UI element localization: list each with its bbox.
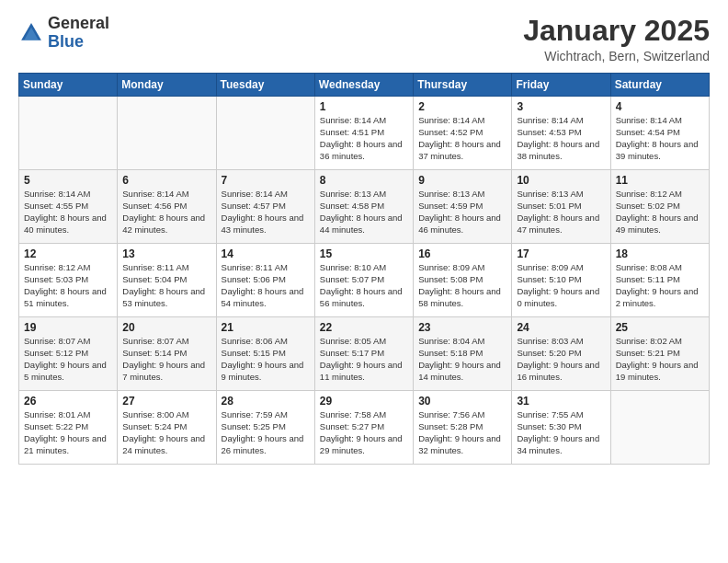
weekday-header-row: SundayMondayTuesdayWednesdayThursdayFrid… bbox=[19, 74, 710, 97]
weekday-header-sunday: Sunday bbox=[19, 74, 118, 97]
day-info: Sunrise: 8:04 AM Sunset: 5:18 PM Dayligh… bbox=[418, 336, 506, 383]
day-number: 16 bbox=[418, 247, 506, 260]
calendar-cell bbox=[19, 97, 118, 170]
day-number: 25 bbox=[616, 321, 704, 334]
day-info: Sunrise: 8:00 AM Sunset: 5:24 PM Dayligh… bbox=[122, 409, 210, 456]
calendar-cell: 25Sunrise: 8:02 AM Sunset: 5:21 PM Dayli… bbox=[610, 317, 709, 391]
logo-icon bbox=[18, 20, 44, 46]
calendar-cell: 6Sunrise: 8:14 AM Sunset: 4:56 PM Daylig… bbox=[118, 170, 216, 244]
day-info: Sunrise: 8:14 AM Sunset: 4:57 PM Dayligh… bbox=[222, 189, 310, 236]
day-number: 17 bbox=[517, 247, 605, 260]
day-info: Sunrise: 8:14 AM Sunset: 4:52 PM Dayligh… bbox=[418, 115, 506, 162]
calendar-cell: 11Sunrise: 8:12 AM Sunset: 5:02 PM Dayli… bbox=[610, 170, 709, 244]
day-info: Sunrise: 8:05 AM Sunset: 5:17 PM Dayligh… bbox=[320, 336, 408, 383]
day-info: Sunrise: 8:13 AM Sunset: 5:01 PM Dayligh… bbox=[517, 189, 605, 236]
calendar-week-3: 12Sunrise: 8:12 AM Sunset: 5:03 PM Dayli… bbox=[19, 244, 710, 317]
day-number: 5 bbox=[24, 174, 112, 187]
calendar-cell: 26Sunrise: 8:01 AM Sunset: 5:22 PM Dayli… bbox=[19, 391, 118, 465]
day-info: Sunrise: 8:14 AM Sunset: 4:54 PM Dayligh… bbox=[616, 115, 704, 162]
day-number: 31 bbox=[517, 395, 605, 408]
day-number: 15 bbox=[320, 247, 408, 260]
calendar-cell: 29Sunrise: 7:58 AM Sunset: 5:27 PM Dayli… bbox=[314, 391, 413, 465]
day-info: Sunrise: 8:09 AM Sunset: 5:08 PM Dayligh… bbox=[418, 262, 506, 309]
calendar-cell bbox=[216, 97, 314, 170]
day-number: 9 bbox=[418, 174, 506, 187]
day-number: 10 bbox=[517, 174, 605, 187]
calendar-cell bbox=[118, 97, 216, 170]
day-number: 3 bbox=[517, 100, 605, 113]
day-info: Sunrise: 8:09 AM Sunset: 5:10 PM Dayligh… bbox=[517, 262, 605, 309]
calendar-cell: 15Sunrise: 8:10 AM Sunset: 5:07 PM Dayli… bbox=[314, 244, 413, 317]
day-number: 21 bbox=[222, 321, 310, 334]
calendar-cell: 19Sunrise: 8:07 AM Sunset: 5:12 PM Dayli… bbox=[19, 317, 118, 391]
calendar-cell: 21Sunrise: 8:06 AM Sunset: 5:15 PM Dayli… bbox=[216, 317, 314, 391]
calendar-cell: 9Sunrise: 8:13 AM Sunset: 4:59 PM Daylig… bbox=[414, 170, 512, 244]
calendar-cell: 5Sunrise: 8:14 AM Sunset: 4:55 PM Daylig… bbox=[19, 170, 118, 244]
calendar-cell: 2Sunrise: 8:14 AM Sunset: 4:52 PM Daylig… bbox=[414, 97, 512, 170]
day-info: Sunrise: 8:11 AM Sunset: 5:06 PM Dayligh… bbox=[222, 262, 310, 309]
day-number: 28 bbox=[222, 395, 310, 408]
calendar-body: 1Sunrise: 8:14 AM Sunset: 4:51 PM Daylig… bbox=[19, 97, 710, 465]
calendar-cell: 22Sunrise: 8:05 AM Sunset: 5:17 PM Dayli… bbox=[314, 317, 413, 391]
weekday-header-wednesday: Wednesday bbox=[314, 74, 413, 97]
day-number: 14 bbox=[222, 247, 310, 260]
day-info: Sunrise: 8:07 AM Sunset: 5:14 PM Dayligh… bbox=[122, 336, 210, 383]
logo-blue: Blue bbox=[48, 33, 109, 52]
day-info: Sunrise: 8:14 AM Sunset: 4:55 PM Dayligh… bbox=[24, 189, 112, 236]
day-info: Sunrise: 8:01 AM Sunset: 5:22 PM Dayligh… bbox=[24, 409, 112, 456]
calendar-cell: 30Sunrise: 7:56 AM Sunset: 5:28 PM Dayli… bbox=[414, 391, 512, 465]
day-info: Sunrise: 8:14 AM Sunset: 4:51 PM Dayligh… bbox=[320, 115, 408, 162]
calendar-cell: 3Sunrise: 8:14 AM Sunset: 4:53 PM Daylig… bbox=[512, 97, 610, 170]
calendar-cell: 7Sunrise: 8:14 AM Sunset: 4:57 PM Daylig… bbox=[216, 170, 314, 244]
day-number: 12 bbox=[24, 247, 112, 260]
calendar-cell: 4Sunrise: 8:14 AM Sunset: 4:54 PM Daylig… bbox=[610, 97, 709, 170]
calendar-subtitle: Wichtrach, Bern, Switzerland bbox=[523, 49, 710, 63]
day-number: 2 bbox=[418, 100, 506, 113]
weekday-header-thursday: Thursday bbox=[414, 74, 512, 97]
calendar-table: SundayMondayTuesdayWednesdayThursdayFrid… bbox=[18, 73, 710, 465]
calendar-cell: 16Sunrise: 8:09 AM Sunset: 5:08 PM Dayli… bbox=[414, 244, 512, 317]
calendar-cell: 27Sunrise: 8:00 AM Sunset: 5:24 PM Dayli… bbox=[118, 391, 216, 465]
calendar-cell: 10Sunrise: 8:13 AM Sunset: 5:01 PM Dayli… bbox=[512, 170, 610, 244]
day-number: 11 bbox=[616, 174, 704, 187]
day-info: Sunrise: 8:13 AM Sunset: 4:58 PM Dayligh… bbox=[320, 189, 408, 236]
day-number: 13 bbox=[122, 247, 210, 260]
day-number: 29 bbox=[320, 395, 408, 408]
calendar-cell: 12Sunrise: 8:12 AM Sunset: 5:03 PM Dayli… bbox=[19, 244, 118, 317]
day-info: Sunrise: 7:59 AM Sunset: 5:25 PM Dayligh… bbox=[222, 409, 310, 456]
calendar-week-5: 26Sunrise: 8:01 AM Sunset: 5:22 PM Dayli… bbox=[19, 391, 710, 465]
calendar-cell: 17Sunrise: 8:09 AM Sunset: 5:10 PM Dayli… bbox=[512, 244, 610, 317]
day-info: Sunrise: 8:03 AM Sunset: 5:20 PM Dayligh… bbox=[517, 336, 605, 383]
logo-text: General Blue bbox=[48, 15, 109, 52]
calendar-cell: 1Sunrise: 8:14 AM Sunset: 4:51 PM Daylig… bbox=[314, 97, 413, 170]
day-number: 1 bbox=[320, 100, 408, 113]
calendar-week-1: 1Sunrise: 8:14 AM Sunset: 4:51 PM Daylig… bbox=[19, 97, 710, 170]
day-number: 22 bbox=[320, 321, 408, 334]
day-number: 26 bbox=[24, 395, 112, 408]
calendar-cell: 20Sunrise: 8:07 AM Sunset: 5:14 PM Dayli… bbox=[118, 317, 216, 391]
calendar-page: General Blue January 2025 Wichtrach, Ber… bbox=[0, 0, 728, 563]
day-number: 23 bbox=[418, 321, 506, 334]
day-number: 19 bbox=[24, 321, 112, 334]
day-info: Sunrise: 7:55 AM Sunset: 5:30 PM Dayligh… bbox=[517, 409, 605, 456]
day-info: Sunrise: 8:06 AM Sunset: 5:15 PM Dayligh… bbox=[222, 336, 310, 383]
day-info: Sunrise: 8:14 AM Sunset: 4:53 PM Dayligh… bbox=[517, 115, 605, 162]
day-info: Sunrise: 8:02 AM Sunset: 5:21 PM Dayligh… bbox=[616, 336, 704, 383]
calendar-week-2: 5Sunrise: 8:14 AM Sunset: 4:55 PM Daylig… bbox=[19, 170, 710, 244]
calendar-cell: 31Sunrise: 7:55 AM Sunset: 5:30 PM Dayli… bbox=[512, 391, 610, 465]
day-info: Sunrise: 8:07 AM Sunset: 5:12 PM Dayligh… bbox=[24, 336, 112, 383]
day-number: 24 bbox=[517, 321, 605, 334]
calendar-cell: 18Sunrise: 8:08 AM Sunset: 5:11 PM Dayli… bbox=[610, 244, 709, 317]
day-info: Sunrise: 8:12 AM Sunset: 5:02 PM Dayligh… bbox=[616, 189, 704, 236]
logo: General Blue bbox=[18, 15, 109, 52]
day-info: Sunrise: 8:10 AM Sunset: 5:07 PM Dayligh… bbox=[320, 262, 408, 309]
weekday-header-friday: Friday bbox=[512, 74, 610, 97]
calendar-header: SundayMondayTuesdayWednesdayThursdayFrid… bbox=[19, 74, 710, 97]
weekday-header-monday: Monday bbox=[118, 74, 216, 97]
calendar-title: January 2025 bbox=[523, 15, 710, 47]
day-number: 20 bbox=[122, 321, 210, 334]
calendar-cell: 23Sunrise: 8:04 AM Sunset: 5:18 PM Dayli… bbox=[414, 317, 512, 391]
day-number: 6 bbox=[122, 174, 210, 187]
day-info: Sunrise: 8:12 AM Sunset: 5:03 PM Dayligh… bbox=[24, 262, 112, 309]
calendar-cell: 13Sunrise: 8:11 AM Sunset: 5:04 PM Dayli… bbox=[118, 244, 216, 317]
